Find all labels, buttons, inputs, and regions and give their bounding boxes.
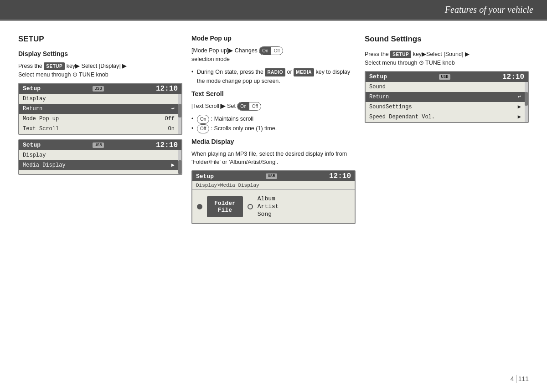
text-scroll-toggle: OnOff — [237, 102, 261, 111]
setup-column: SETUP Display Settings Press the SETUP k… — [18, 35, 191, 224]
sound-settings-title: Sound Settings — [365, 35, 529, 44]
screen1-row-display: Display — [19, 94, 178, 104]
screen2-label: Setup — [23, 142, 41, 148]
sound-setup-key-badge: SETUP — [390, 51, 411, 58]
mode-popup-title: Mode Pop up — [191, 35, 356, 42]
screen1-scrollbar — [178, 94, 181, 134]
sound-settings-column: Sound Settings Press the SETUP key▶Selec… — [365, 35, 529, 224]
page-section: 4 — [511, 375, 514, 382]
radio-key-badge: RADIO — [265, 68, 285, 76]
page-num-divider — [516, 375, 516, 383]
screen2-body: Display Media Display ▶ — [19, 150, 181, 174]
media-radio-filled — [197, 204, 202, 209]
media-screen-breadcrumb: Display>Media Display — [192, 181, 355, 190]
text-scroll-bullet2: Off : Scrolls only one (1) time. — [191, 124, 356, 133]
screen2-usb: USB — [93, 143, 103, 148]
toggle-off: Off — [271, 47, 283, 55]
media-screen-label: Setup — [196, 173, 214, 180]
screen2-row-media: Media Display ▶ — [19, 160, 178, 170]
screen2-scrollbar — [178, 150, 181, 174]
media-display-title: Media Display — [191, 138, 356, 145]
toggle-on: On — [259, 47, 271, 55]
media-key-badge: MEDIA — [294, 68, 314, 76]
screen2-header: Setup USB 12:10 — [19, 140, 181, 150]
sound-screen-row-sound: Sound — [366, 82, 525, 92]
sound-screen-body: Sound Return ↩ SoundSettings ▶ Speed Dep… — [366, 82, 528, 122]
display-settings-para: Press the SETUP key▶ Select [Display] ▶ … — [18, 62, 182, 79]
sound-settings-screen: Setup USB 12:10 Sound Return ↩ SoundSett… — [365, 71, 529, 123]
mode-popup-bullets: During On state, press the RADIO or MEDI… — [191, 67, 356, 86]
media-folder-file-box: Folder File — [207, 196, 243, 217]
media-display-para: When playing an MP3 file, select the des… — [191, 150, 356, 167]
screen1-row-return: Return ↩ — [19, 104, 178, 114]
off-badge: Off — [197, 124, 209, 133]
sound-screen-row-settings: SoundSettings ▶ — [366, 102, 525, 112]
media-radio-empty — [248, 204, 253, 209]
sound-screen-row-speed: Speed Dependant Vol. ▶ — [366, 112, 525, 122]
sound-settings-para: Press the SETUP key▶Select [Sound] ▶ Sel… — [365, 50, 529, 67]
middle-column: Mode Pop up [Mode Pop up]▶ Changes OnOff… — [191, 35, 365, 224]
media-screen-time: 12:10 — [329, 172, 351, 180]
display-settings-title: Display Settings — [18, 50, 182, 57]
page-number: 4 111 — [511, 375, 529, 383]
main-content: SETUP Display Settings Press the SETUP k… — [0, 21, 547, 233]
header-bar: Features of your vehicle — [0, 0, 547, 20]
media-screen-header: Setup USB 12:10 — [192, 171, 355, 181]
display-screen-2: Setup USB 12:10 Display Media Display ▶ — [18, 139, 182, 175]
screen1-row-textscroll: Text Scroll On — [19, 124, 178, 134]
text-scroll-toggle-off: Off — [249, 102, 261, 110]
setup-title: SETUP — [18, 35, 182, 44]
text-scroll-title: Text Scroll — [191, 90, 356, 97]
footer-divider — [18, 369, 529, 369]
text-scroll-para: [Text Scroll]▶ Set OnOff — [191, 102, 356, 111]
media-display-screen: Setup USB 12:10 Display>Media Display Fo… — [191, 170, 356, 224]
on-badge: On — [197, 115, 209, 124]
screen1-body: Display Return ↩ Mode Pop up Off Text Sc… — [19, 94, 181, 134]
mode-popup-toggle: OnOff — [259, 46, 283, 55]
setup-key-badge: SETUP — [44, 62, 65, 70]
text-scroll-bullet1: On : Maintains scroll — [191, 114, 356, 124]
sound-screen-scrollbar — [525, 82, 528, 122]
media-screen-usb: USB — [266, 173, 277, 179]
screen1-usb: USB — [93, 86, 103, 92]
mode-popup-para: [Mode Pop up]▶ Changes OnOff selection m… — [191, 46, 356, 64]
sound-screen-header: Setup USB 12:10 — [366, 72, 528, 82]
mode-popup-bullet1: During On state, press the RADIO or MEDI… — [191, 67, 356, 86]
screen1-label: Setup — [23, 85, 41, 92]
sound-screen-label: Setup — [369, 73, 387, 80]
screen2-row-display: Display — [19, 150, 178, 160]
media-right-labels: Album Artist Song — [258, 195, 279, 218]
screen1-header: Setup USB 12:10 — [19, 84, 181, 94]
media-screen-options: Folder File Album Artist Song — [192, 190, 355, 223]
page-num-value: 111 — [518, 375, 529, 382]
page-title: Features of your vehicle — [445, 5, 533, 15]
sound-screen-time: 12:10 — [502, 73, 524, 81]
sound-screen-row-return: Return ↩ — [366, 92, 525, 102]
display-screen-1: Setup USB 12:10 Display Return ↩ Mode Po… — [18, 83, 182, 135]
sound-screen-usb: USB — [439, 74, 450, 80]
screen1-row-mode: Mode Pop up Off — [19, 114, 178, 124]
screen2-time: 12:10 — [156, 141, 178, 149]
text-scroll-toggle-on: On — [237, 102, 249, 110]
screen1-time: 12:10 — [156, 85, 178, 93]
text-scroll-bullets: On : Maintains scroll Off : Scrolls only… — [191, 114, 356, 133]
